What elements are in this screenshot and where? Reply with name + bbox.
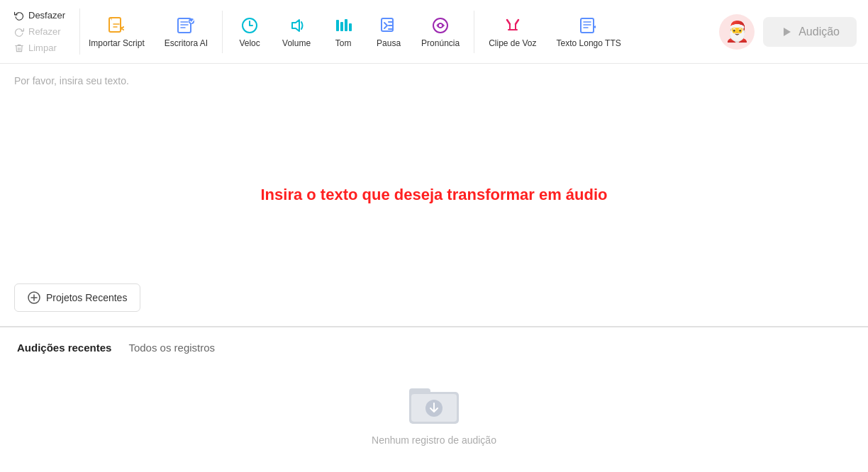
speed-label: Veloc	[239, 38, 260, 48]
undo-label: Desfazer	[28, 10, 65, 21]
empty-text: Nenhum registro de audição	[372, 434, 496, 446]
tone-label: Tom	[335, 38, 352, 48]
projects-btn-label: Projetos Recentes	[46, 292, 127, 303]
long-text-tts-label: Texto Longo TTS	[557, 38, 621, 48]
volume-button[interactable]: Volume	[274, 10, 319, 54]
speed-button[interactable]: Veloc	[228, 10, 271, 54]
bottom-header: Audições recentes Todos os registros	[17, 342, 851, 354]
svg-rect-0	[109, 18, 121, 32]
audition-label: Audição	[799, 26, 840, 38]
svg-point-10	[433, 18, 447, 33]
toolbar-undo-group: Desfazer Refazer Limpar	[11, 9, 80, 55]
clear-label: Limpar	[28, 43, 57, 53]
svg-rect-6	[340, 22, 343, 31]
toolbar: Desfazer Refazer Limpar	[0, 0, 868, 64]
divider-2	[474, 11, 474, 53]
svg-marker-13	[784, 28, 791, 36]
play-icon	[780, 26, 793, 38]
long-text-tts-button[interactable]: Texto Longo TTS	[548, 10, 630, 54]
bottom-inner: Audições recentes Todos os registros Nen…	[0, 327, 868, 472]
projects-recent-button[interactable]: Projetos Recentes	[14, 283, 140, 312]
main-content: Por favor, insira seu texto. Insira o te…	[0, 64, 868, 326]
advanced-group: Clipe de Voz Texto Longo TTS	[480, 10, 630, 54]
center-prompt: Insira o texto que deseja transformar em…	[260, 186, 607, 204]
tab-all-records[interactable]: Todos os registros	[128, 342, 215, 354]
avatar[interactable]: 🎅	[719, 14, 755, 50]
pause-label: Pausa	[377, 38, 401, 48]
pronunciation-button[interactable]: Pronúncia	[413, 10, 468, 54]
tab-recent-auditions[interactable]: Audições recentes	[17, 342, 111, 354]
svg-point-2	[189, 18, 194, 24]
ai-writer-label: Escritora AI	[165, 38, 208, 48]
svg-rect-8	[349, 23, 352, 31]
svg-rect-12	[581, 18, 594, 33]
voice-clip-label: Clipe de Voz	[489, 38, 536, 48]
ai-writer-button[interactable]: Escritora AI	[156, 10, 216, 54]
center-prompt-text: Insira o texto que deseja transformar em…	[260, 186, 607, 203]
undo-button[interactable]: Desfazer	[11, 9, 68, 22]
text-placeholder: Por favor, insira seu texto.	[14, 75, 854, 86]
plus-icon	[28, 291, 40, 304]
audio-controls-group: Veloc Volume Tom	[228, 10, 468, 54]
svg-rect-7	[345, 19, 347, 31]
volume-label: Volume	[282, 38, 311, 48]
empty-folder-icon	[406, 378, 462, 427]
bottom-section: Audições recentes Todos os registros Nen…	[0, 326, 868, 472]
import-label: Importar Script	[89, 38, 145, 48]
pronunciation-label: Pronúncia	[421, 38, 460, 48]
svg-point-11	[438, 23, 443, 28]
empty-state: Nenhum registro de audição	[17, 371, 851, 446]
import-group: Importar Script Escritora AI	[80, 10, 216, 54]
pause-button[interactable]: Pausa	[367, 10, 410, 54]
voice-clip-button[interactable]: Clipe de Voz	[480, 10, 545, 54]
import-script-button[interactable]: Importar Script	[80, 10, 153, 54]
audition-button[interactable]: Audição	[763, 17, 857, 47]
tone-button[interactable]: Tom	[322, 10, 365, 54]
clear-button[interactable]: Limpar	[11, 41, 68, 55]
svg-rect-5	[336, 20, 339, 31]
redo-label: Refazer	[28, 26, 61, 37]
svg-marker-4	[292, 20, 299, 31]
divider-1	[222, 11, 223, 53]
redo-button[interactable]: Refazer	[11, 25, 68, 38]
